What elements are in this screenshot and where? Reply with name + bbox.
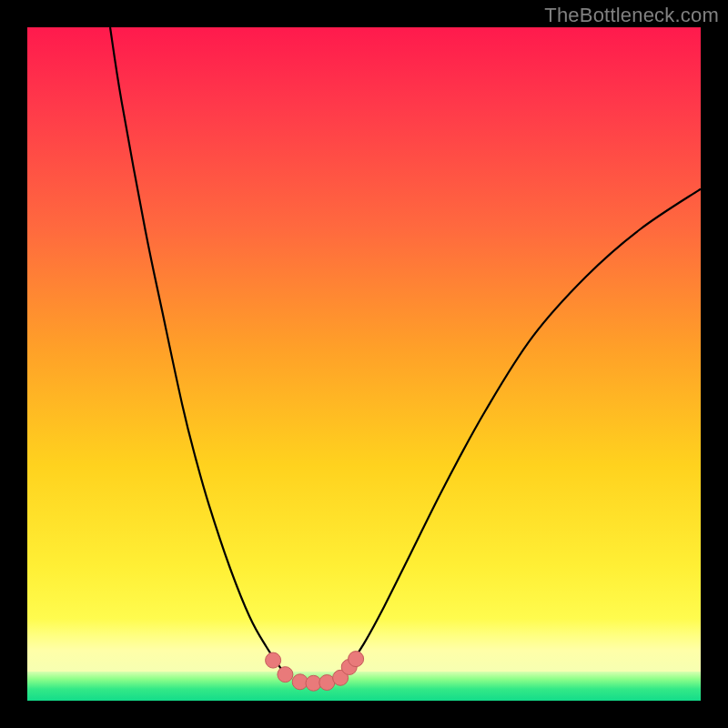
trough-marker: [349, 652, 364, 667]
curve-left-branch: [110, 27, 283, 672]
watermark-text: TheBottleneck.com: [544, 4, 719, 27]
trough-markers: [266, 652, 364, 692]
chart-frame: TheBottleneck.com: [0, 0, 728, 728]
trough-marker: [278, 667, 293, 682]
chart-overlay: [27, 27, 701, 701]
trough-marker: [266, 652, 281, 668]
curve-right-branch: [350, 189, 701, 664]
plot-area: [27, 27, 701, 701]
